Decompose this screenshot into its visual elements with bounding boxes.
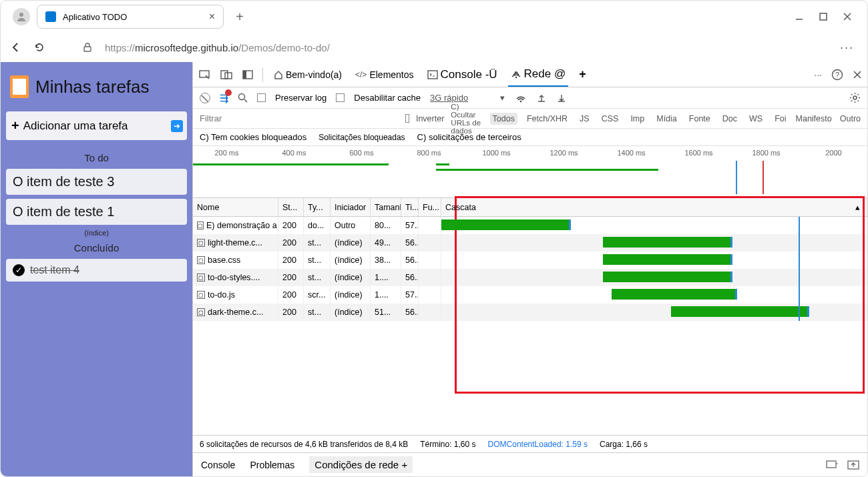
submit-arrow-icon[interactable]: ➜	[171, 120, 183, 132]
network-filter-row-2: C) Tem cookies bloqueados Solicitações b…	[193, 129, 867, 146]
help-icon[interactable]: ?	[831, 69, 843, 81]
close-devtools-icon[interactable]	[853, 70, 862, 79]
filter-pill[interactable]: Imp	[628, 113, 647, 125]
drawer-icon-1[interactable]	[826, 460, 838, 470]
more-icon[interactable]: ···	[814, 69, 822, 80]
blocked-cookies-label[interactable]: C) Tem cookies bloqueados	[200, 132, 306, 142]
device-icon[interactable]	[220, 68, 233, 81]
devtools-drawer: Console Problemas Condições de rede +	[193, 452, 867, 476]
chevron-down-icon[interactable]: ▾	[500, 93, 505, 103]
col-status[interactable]: St...	[278, 198, 304, 216]
waterfall-cell	[441, 286, 867, 304]
drawer-tab-problems[interactable]: Problemas	[250, 460, 294, 470]
svg-rect-2	[820, 13, 827, 20]
table-row[interactable]: ▢base.css200st...(índice)38...56...	[193, 252, 867, 269]
refresh-button[interactable]	[33, 41, 46, 54]
col-initiator[interactable]: Iniciador	[331, 198, 371, 216]
url-text[interactable]: https://microsoftedge.github.io/Demos/de…	[105, 42, 330, 53]
new-tab-button[interactable]: +	[229, 9, 250, 25]
todo-app: Minhas tarefas + Adicionar uma tarefa ➜ …	[1, 62, 192, 476]
col-size[interactable]: Tamanh...	[371, 198, 401, 216]
browser-tab[interactable]: Aplicativo TODO ×	[37, 5, 224, 29]
tab-close-icon[interactable]: ×	[209, 11, 215, 23]
col-name[interactable]: Nome	[193, 198, 278, 216]
site-lock-icon[interactable]	[81, 41, 94, 54]
task-item-done[interactable]: ✓ test item 4	[6, 259, 187, 282]
table-row[interactable]: ▢E) demonstração a fazer/200do...Outro80…	[193, 217, 867, 234]
filter-input[interactable]	[200, 113, 312, 123]
task-item[interactable]: O item de teste 1	[6, 199, 187, 225]
filter-toggle-icon[interactable]: ⇶	[220, 91, 228, 104]
upload-icon[interactable]	[537, 93, 546, 103]
back-button[interactable]	[9, 41, 22, 54]
svg-rect-10	[243, 71, 246, 79]
tab-add[interactable]: +	[576, 62, 589, 87]
drawer-tab-netcond[interactable]: Condições de rede +	[309, 456, 413, 473]
filter-pill[interactable]: JS	[577, 113, 592, 125]
devtools-tabbar: Bem-vindo(a) </>Elementos Console -Ü Red…	[193, 62, 867, 87]
svg-rect-5	[84, 47, 91, 51]
table-row[interactable]: ▢to-do-styles....200st...(índice)1....56…	[193, 269, 867, 286]
filter-pill[interactable]: Mídia	[654, 113, 680, 125]
minimize-icon[interactable]	[795, 13, 803, 21]
close-window-icon[interactable]	[843, 13, 851, 21]
gear-icon[interactable]	[849, 92, 861, 103]
filter-pill[interactable]: WS	[746, 113, 765, 125]
app-title: Minhas tarefas	[35, 77, 150, 97]
throttling-select[interactable]: 3G rápido	[430, 93, 468, 103]
waterfall-cell	[441, 252, 867, 269]
col-type[interactable]: Ty...	[304, 198, 331, 216]
task-item[interactable]: O item de teste 3	[6, 169, 187, 195]
col-fu[interactable]: Fu...	[419, 198, 441, 216]
thirdparty-label[interactable]: C) solicitações de terceiros	[417, 132, 521, 142]
svg-rect-8	[225, 73, 232, 79]
filter-manifest[interactable]: Manifesto	[796, 114, 832, 123]
svg-rect-6	[200, 71, 209, 77]
table-row[interactable]: ▢to-do.js200scr...(índice)1....57...	[193, 286, 867, 304]
table-row[interactable]: ▢dark-theme.c...200st...(índice)51...56.…	[193, 304, 867, 321]
filter-other[interactable]: Outro	[840, 114, 861, 123]
tab-welcome[interactable]: Bem-vindo(a)	[271, 62, 345, 87]
disable-cache-checkbox[interactable]	[336, 93, 345, 102]
invert-checkbox[interactable]	[405, 114, 409, 123]
preserve-log-label: Preservar log	[275, 93, 327, 103]
browser-menu-icon[interactable]: ···	[840, 41, 859, 55]
clipboard-icon	[10, 75, 29, 98]
filter-pill[interactable]: Foi	[772, 113, 789, 125]
filter-pill[interactable]: Fetch/XHR	[524, 113, 570, 125]
col-time[interactable]: Ti...	[401, 198, 419, 216]
filter-pill[interactable]: Doc	[720, 113, 740, 125]
drawer-tab-console[interactable]: Console	[201, 460, 235, 470]
waterfall-cell	[441, 217, 867, 234]
add-task-input[interactable]: + Adicionar uma tarefa ➜	[6, 111, 187, 140]
search-icon[interactable]	[238, 93, 248, 103]
col-waterfall[interactable]: Cascata▴	[441, 198, 867, 216]
network-overview-timeline[interactable]: 200 ms 400 ms 600 ms 800 ms 1000 ms 1200…	[193, 146, 867, 198]
tab-network[interactable]: Rede @	[508, 62, 569, 87]
preserve-log-checkbox[interactable]	[257, 93, 266, 102]
network-filter-row: Inverter C) Ocultar URLs de dados Todos …	[193, 109, 867, 129]
wifi-icon[interactable]	[515, 93, 526, 103]
tab-elements[interactable]: </>Elementos	[353, 62, 417, 87]
section-todo-label: To do	[6, 152, 187, 163]
waterfall-cell	[441, 269, 867, 286]
maximize-icon[interactable]	[819, 13, 827, 21]
invert-label: Inverter	[416, 114, 444, 123]
inspect-icon[interactable]	[198, 68, 212, 81]
filter-pill[interactable]: Fonte	[686, 113, 713, 125]
svg-point-12	[515, 76, 516, 77]
waterfall-cell	[441, 304, 867, 321]
file-icon: ▢	[197, 256, 205, 264]
profile-avatar-icon[interactable]	[13, 8, 30, 25]
file-icon: ▢	[197, 291, 205, 299]
stop-record-icon[interactable]	[200, 93, 210, 103]
dock-icon[interactable]	[241, 68, 254, 81]
drawer-icon-2[interactable]	[847, 460, 859, 470]
table-row[interactable]: ▢light-theme.c...200st...(índice)49...56…	[193, 234, 867, 252]
status-dcl: DOMContentLoaded: 1.59 s	[488, 440, 588, 449]
filter-pill[interactable]: CSS	[599, 113, 622, 125]
tab-console[interactable]: Console -Ü	[425, 62, 500, 87]
filter-pill-todos[interactable]: Todos	[490, 113, 517, 125]
blocked-requests-label[interactable]: Solicitações bloqueadas	[318, 133, 405, 142]
download-icon[interactable]	[557, 93, 566, 103]
